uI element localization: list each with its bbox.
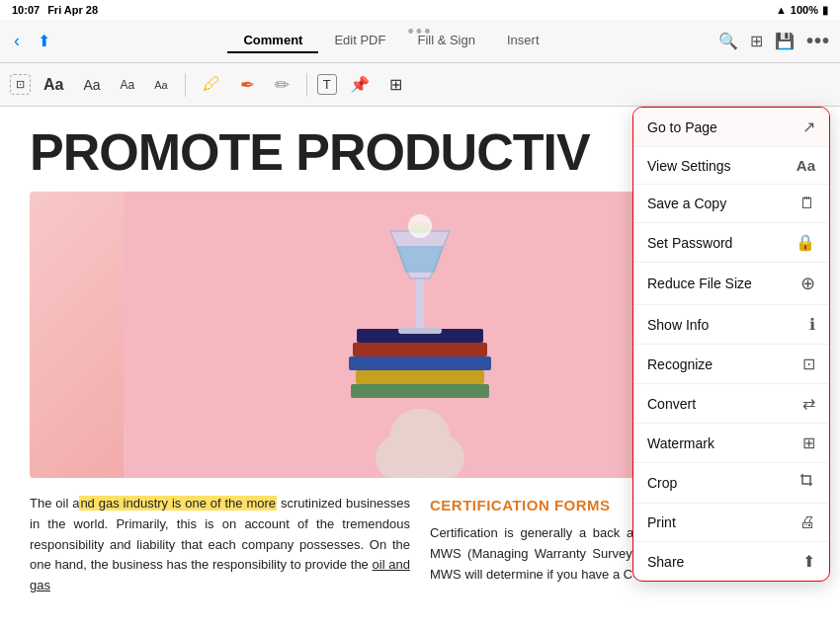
menu-item-view-settings[interactable]: View Settings Aa [633,147,829,185]
share-icon: ⬆ [802,552,815,571]
reduce-icon: ⊕ [800,273,815,294]
view-settings-icon: Aa [797,157,815,174]
convert-icon: ⇄ [802,394,815,413]
svg-rect-9 [398,328,442,334]
svg-rect-4 [356,370,484,384]
drag-handle: ••• [408,22,433,42]
text-aa-med[interactable]: Aa [76,72,107,98]
battery-icon: ▮ [822,4,828,17]
share-nav-button[interactable]: ⬆ [34,28,54,54]
toolbar-tabs: Comment Edit PDF Fill & Sign Insert [70,29,713,53]
search-icon[interactable]: 🔍 [718,32,738,50]
menu-item-share[interactable]: Share ⬆ [633,542,829,581]
more-button[interactable]: ••• [806,30,830,52]
annotation-toolbar: ⊡ Aa Aa Aa Aa 🖊 ✒ ✏ T 📌 ⊞ [0,63,840,107]
menu-item-go-to-page[interactable]: Go to Page ↗ [633,108,829,147]
pencil-tool[interactable]: ✏ [268,69,296,101]
svg-rect-3 [351,384,489,398]
text-aa-small2[interactable]: Aa [147,74,174,96]
grid-icon[interactable]: ⊞ [750,32,763,50]
text-prefix: The oil a [30,496,79,511]
pdf-text-left: The oil and gas industry is one of the m… [30,494,410,596]
tab-edit-pdf[interactable]: Edit PDF [318,29,401,53]
separator-2 [306,73,307,97]
menu-item-reduce-file-size[interactable]: Reduce File Size ⊕ [633,263,829,305]
menu-item-save-copy[interactable]: Save a Copy 🗒 [633,185,829,223]
more-dropdown-menu: Go to Page ↗ View Settings Aa Save a Cop… [632,107,830,582]
menu-item-print[interactable]: Print 🖨 [633,504,829,542]
text-aa-large[interactable]: Aa [37,71,70,99]
svg-rect-2 [390,409,450,478]
info-icon: ℹ [809,315,815,334]
svg-point-13 [410,222,430,234]
stamp-tool[interactable]: ⊞ [382,70,409,99]
back-button[interactable]: ‹ [10,27,24,55]
time: 10:07 [12,4,40,16]
status-bar: 10:07 Fri Apr 28 ▲ 100% ▮ [0,0,840,20]
menu-item-set-password[interactable]: Set Password 🔒 [633,223,829,263]
menu-item-watermark[interactable]: Watermark ⊞ [633,424,829,463]
print-icon: 🖨 [799,513,815,531]
wifi-icon: ▲ [776,4,787,16]
svg-rect-5 [349,356,491,370]
save-copy-icon: 🗒 [799,195,815,212]
battery-percentage: 100% [791,4,818,16]
svg-rect-8 [416,276,424,330]
save-icon[interactable]: 💾 [775,32,795,50]
highlight-tool[interactable]: 🖊 [196,69,227,100]
selection-tool[interactable]: ⊡ [10,74,31,95]
toolbar-right: 🔍 ⊞ 💾 ••• [718,30,830,52]
tab-insert[interactable]: Insert [491,29,555,53]
sticky-note-tool[interactable]: 📌 [343,70,377,99]
menu-item-show-info[interactable]: Show Info ℹ [633,305,829,345]
menu-item-convert[interactable]: Convert ⇄ [633,384,829,424]
text-box-tool[interactable]: T [317,74,337,95]
menu-item-crop[interactable]: Crop [633,463,829,504]
watermark-icon: ⊞ [802,433,815,452]
tab-comment[interactable]: Comment [227,29,318,53]
nav-buttons: ‹ ⬆ [10,27,54,55]
menu-item-recognize[interactable]: Recognize ⊡ [633,345,829,384]
recognize-icon: ⊡ [802,354,815,373]
text-aa-small1[interactable]: Aa [114,73,142,97]
crop-icon [799,473,815,493]
pen-tool[interactable]: ✒ [233,69,262,101]
lock-icon: 🔒 [796,233,815,252]
main-toolbar: ‹ ⬆ Comment Edit PDF Fill & Sign Insert … [0,20,840,63]
date: Fri Apr 28 [47,4,98,16]
separator-1 [185,73,186,97]
svg-rect-6 [353,343,487,356]
highlighted-text: nd gas industry is one of the more [79,496,277,511]
go-to-page-icon: ↗ [802,118,815,136]
